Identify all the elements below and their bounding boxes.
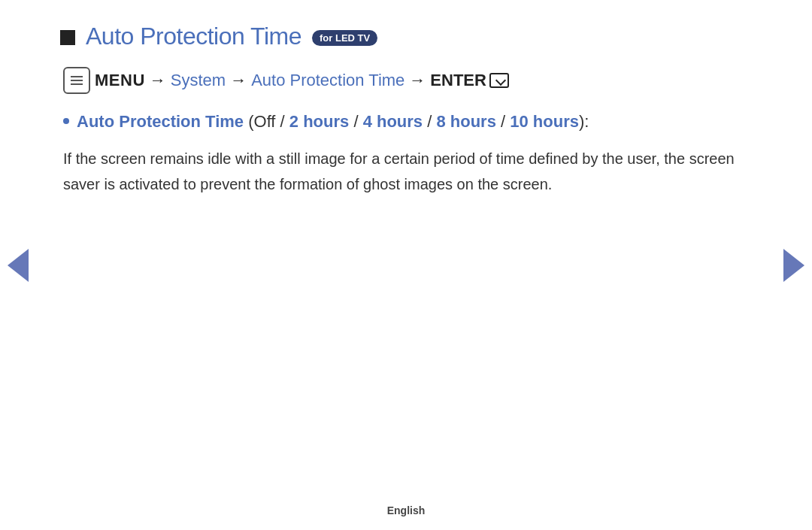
bullet-options-pre: ( [244,112,253,131]
footer-language: English [387,504,426,516]
led-badge: for LED TV [312,30,377,46]
menu-line [71,83,83,85]
menu-line [71,80,83,81]
slash-4: / [496,112,510,131]
menu-lines-icon [71,76,83,85]
menu-icon [63,67,90,94]
slash-1: / [275,112,289,131]
bullet-dot-icon [63,118,69,124]
nav-right-button[interactable] [783,249,804,282]
slash-3: / [423,112,436,131]
arrow-1: → [150,71,166,90]
bullet-section: Auto Protection Time (Off / 2 hours / 4 … [63,111,752,134]
description-text: If the screen remains idle with a still … [63,146,740,197]
nav-left-button[interactable] [8,249,29,282]
path-feature: Auto Protection Time [251,71,404,90]
option-off-text: Off [254,112,276,131]
option-4h-text: 4 hours [363,112,423,131]
bullet-options-post: ): [579,112,589,131]
title-square-icon [60,30,75,45]
option-10h-text: 10 hours [510,112,579,131]
main-content: Auto Protection Time for LED TV MENU → S… [0,0,812,197]
option-8h-text: 8 hours [436,112,495,131]
menu-label: MENU [95,71,145,90]
page-title: Auto Protection Time [86,23,301,50]
enter-icon [489,73,509,88]
arrow-2: → [230,71,247,90]
title-row: Auto Protection Time for LED TV [60,23,752,50]
slash-2: / [349,112,362,131]
option-2h-text: 2 hours [289,112,349,131]
arrow-3: → [409,71,426,90]
enter-label: ENTER [430,71,509,90]
bullet-text: Auto Protection Time (Off / 2 hours / 4 … [77,111,589,134]
bullet-feature-name: Auto Protection Time [77,112,244,131]
menu-line [71,76,83,77]
path-system: System [171,71,226,90]
menu-path-row: MENU → System → Auto Protection Time → E… [63,67,752,94]
